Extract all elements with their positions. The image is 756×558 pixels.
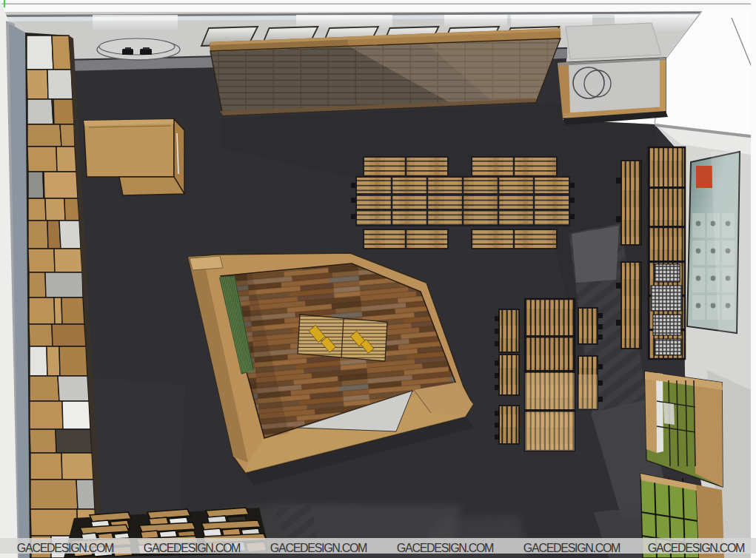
- svg-text:GACEDESIGN.COM: GACEDESIGN.COM: [270, 542, 367, 554]
- svg-text:GACEDESIGN.COM: GACEDESIGN.COM: [397, 542, 494, 554]
- svg-text:GACEDESIGN.COM: GACEDESIGN.COM: [144, 542, 241, 554]
- svg-text:GACEDESIGN.COM: GACEDESIGN.COM: [17, 542, 114, 554]
- svg-text:GACEDESIGN.COM: GACEDESIGN.COM: [523, 542, 620, 554]
- svg-text:GACEDESIGN.COM: GACEDESIGN.COM: [648, 542, 745, 554]
